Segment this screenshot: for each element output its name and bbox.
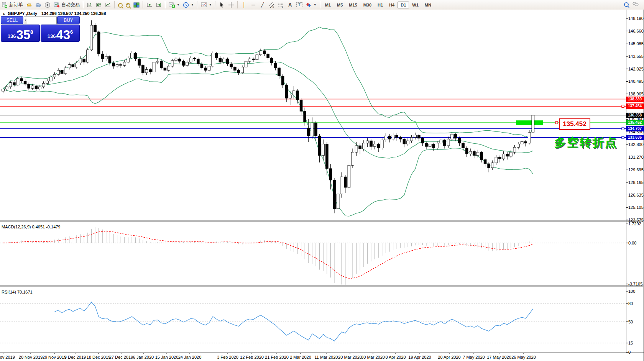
label-button[interactable]: T <box>295 0 304 9</box>
zoom-in-button[interactable]: + <box>117 0 124 9</box>
channel-icon: E <box>269 2 275 8</box>
line-chart-button[interactable] <box>104 0 113 9</box>
date-tick-label: 8 Apr 2020 <box>385 355 406 359</box>
buy-button[interactable]: BUY <box>57 16 80 24</box>
trendline-icon: ╱ <box>260 2 266 8</box>
timeframe-m5[interactable]: M5 <box>334 2 346 8</box>
toolbar-separator <box>83 1 84 8</box>
volume-input[interactable] <box>27 16 57 24</box>
dropdown-arrow-icon: ▼ <box>177 3 180 7</box>
price-tag: 133.636 <box>626 135 644 140</box>
autotrading-label: 自动交易 <box>61 2 80 8</box>
timeframe-m15[interactable]: M15 <box>346 2 360 8</box>
label-icon: T <box>296 2 302 7</box>
timeframe-d1[interactable]: D1 <box>398 2 409 8</box>
annotation-text-object[interactable]: 多空转折点 <box>554 135 618 151</box>
price-tag: 136.358 <box>626 113 644 118</box>
gold-button[interactable] <box>25 0 34 9</box>
date-tick-label: 11 Nov 2019 <box>0 355 15 359</box>
market-button[interactable] <box>34 0 43 9</box>
timeframe-m30[interactable]: M30 <box>360 2 375 8</box>
zoom-in-icon: + <box>118 3 123 8</box>
buy-price-button[interactable]: 136 43 6 <box>41 25 80 42</box>
price-label-object[interactable]: 135.452 <box>559 118 590 130</box>
timeframe-mn[interactable]: MN <box>422 2 434 8</box>
price-tag: 135.452 <box>626 120 644 125</box>
text-icon: A <box>287 2 293 8</box>
chart-window: ▲ GBPJPY-,Daily 134.286 136.507 134.250 … <box>0 10 644 361</box>
trendline-button[interactable]: ╱ <box>258 0 267 9</box>
date-tick-label: 15 Jan 2020 <box>155 355 179 359</box>
search-button[interactable] <box>624 2 629 8</box>
bar-chart-button[interactable] <box>85 0 94 9</box>
indicators-button[interactable]: ▼ <box>199 0 214 9</box>
toolbar-separator <box>165 1 166 8</box>
hline-button[interactable]: ─ <box>249 0 258 9</box>
channel-button[interactable]: E <box>267 0 276 9</box>
chart-shift-icon <box>156 2 162 8</box>
macd-tick-label: -3.7105 <box>628 282 642 286</box>
price-tick-label: 140.495 <box>628 79 644 84</box>
svg-text:E: E <box>273 6 274 8</box>
auto-scroll-button[interactable] <box>145 0 154 9</box>
zoom-out-icon: − <box>126 3 130 8</box>
new-order-button[interactable]: 新订单 <box>0 0 25 9</box>
vline-button[interactable]: │ <box>240 0 249 9</box>
fibonacci-button[interactable]: F <box>276 0 286 9</box>
window-icon: ▲ <box>2 12 5 15</box>
cursor-icon <box>219 2 225 8</box>
sell-button[interactable]: SELL <box>1 16 23 24</box>
autotrading-button[interactable]: 自动交易 <box>52 0 81 9</box>
new-order-icon <box>2 2 8 8</box>
text-button[interactable]: A <box>286 0 295 9</box>
toolbar-right <box>624 1 644 8</box>
chart-shift-button[interactable] <box>154 0 163 9</box>
toolbar-separator <box>320 1 320 8</box>
gold-icon <box>26 2 32 8</box>
new-chart-icon <box>169 2 175 8</box>
date-tick-label: 7 May 2020 <box>463 355 485 359</box>
crosshair-icon <box>228 2 234 8</box>
price-tick-label: 148.190 <box>628 16 644 21</box>
volume-down-button[interactable]: ▼ <box>24 16 27 24</box>
price-tick-label: 129.695 <box>628 167 644 172</box>
timeframe-h4[interactable]: H4 <box>386 2 398 8</box>
candlestick-button[interactable] <box>94 0 104 9</box>
toolbar-separator <box>237 1 238 8</box>
crosshair-button[interactable] <box>227 0 236 9</box>
line-chart-icon <box>105 2 111 8</box>
timeframe-w1[interactable]: W1 <box>409 2 422 8</box>
volume-control: ▼ ▲ <box>24 16 57 24</box>
chart-canvas[interactable] <box>0 10 644 361</box>
date-tick-label: 18 Dec 2019 <box>87 355 110 359</box>
macd-label: MACD(12,26,9) 0.4651 -0.1479 <box>2 225 60 229</box>
zoom-out-button[interactable]: − <box>124 0 132 9</box>
autotrading-icon <box>54 2 60 8</box>
timeframe-m1[interactable]: M1 <box>322 2 334 8</box>
date-tick-label: 20 Nov 2019 <box>19 355 43 359</box>
ohlc-values: 134.286 136.507 134.250 136.358 <box>41 11 106 16</box>
signals-button[interactable] <box>43 0 52 9</box>
periods-icon <box>183 2 189 8</box>
date-tick-label: 21 Feb 2020 <box>265 355 289 359</box>
candlestick-icon <box>96 2 102 8</box>
rsi-tick-label: 15 <box>628 341 633 345</box>
date-tick-label: 2 Mar 2020 <box>290 355 311 359</box>
periods-button[interactable]: ▼ <box>181 0 196 9</box>
price-tick-label: 143.555 <box>628 54 644 59</box>
market-icon <box>35 2 41 8</box>
date-tick-label: 30 Mar 2020 <box>361 355 385 359</box>
sell-price-button[interactable]: 136 35 8 <box>1 25 40 42</box>
macd-tick-label: 0.00 <box>628 241 636 245</box>
date-tick-label: 6 Jan 2020 <box>133 355 154 359</box>
date-tick-label: 27 Dec 2019 <box>109 355 133 359</box>
timeframe-h1[interactable]: H1 <box>375 2 386 8</box>
new-chart-button[interactable]: ▼ <box>167 0 181 9</box>
chat-button[interactable] <box>632 1 639 8</box>
arrows-button[interactable]: ▼ <box>304 0 318 9</box>
tile-windows-button[interactable] <box>132 0 141 9</box>
sell-price-prefix: 136 <box>8 33 16 39</box>
price-tick-label: 131.270 <box>628 155 644 159</box>
date-tick-label: 26 May 2020 <box>511 355 536 359</box>
cursor-button[interactable] <box>217 0 227 9</box>
